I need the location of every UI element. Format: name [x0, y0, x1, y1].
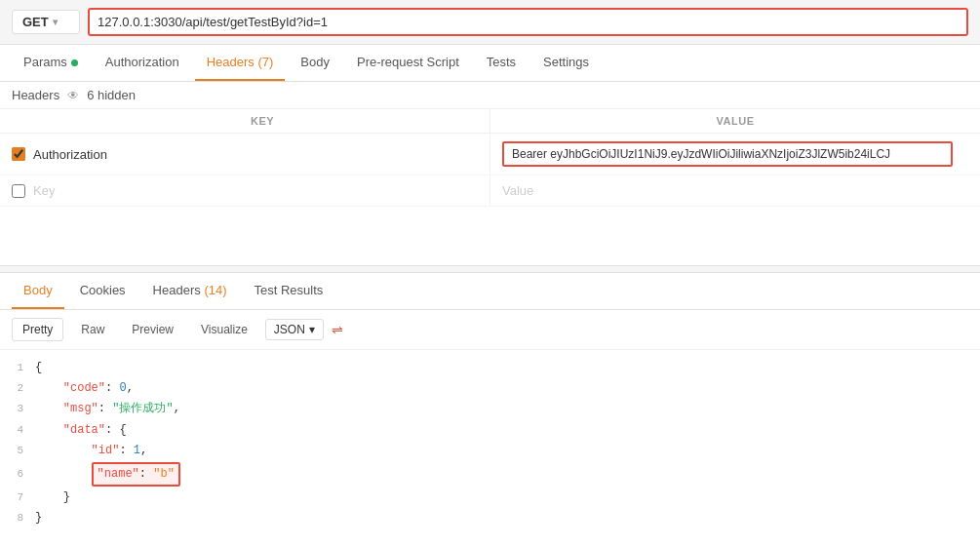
line-content: }: [35, 509, 980, 527]
row2-checkbox[interactable]: [12, 184, 25, 198]
tab-authorization[interactable]: Authorization: [94, 45, 191, 81]
line-number: 7: [0, 489, 35, 507]
method-chevron-icon: ▾: [53, 17, 58, 27]
tab-body[interactable]: Body: [289, 45, 341, 81]
wrap-icon[interactable]: ⇌: [332, 322, 343, 337]
fmt-tab-raw[interactable]: Raw: [71, 319, 114, 340]
row1-checkbox[interactable]: [12, 147, 25, 161]
headers-subrow: Headers 👁 6 hidden: [0, 82, 980, 109]
row2-key: Key: [33, 183, 55, 198]
line-content: "id": 1,: [35, 442, 980, 460]
code-line-3: 3 "msg": "操作成功",: [0, 399, 980, 419]
headers-table: KEY VALUE Authorization Bearer eyJhbGciO…: [0, 109, 980, 207]
resp-tab-body[interactable]: Body: [12, 273, 64, 309]
table-row: Authorization Bearer eyJhbGciOiJIUzI1NiJ…: [0, 134, 980, 176]
fmt-tab-visualize[interactable]: Visualize: [191, 319, 257, 340]
line-content: {: [35, 359, 980, 377]
line-content: "name": "b": [35, 462, 980, 487]
spacer: [0, 207, 980, 265]
line-number: 6: [0, 466, 35, 484]
line-content: "msg": "操作成功",: [35, 400, 980, 418]
response-tabs: Body Cookies Headers (14) Test Results: [0, 273, 980, 310]
hidden-count: 6 hidden: [87, 88, 136, 102]
url-input[interactable]: [88, 8, 968, 36]
resp-tab-headers[interactable]: Headers (14): [141, 273, 239, 309]
line-content: "data": {: [35, 421, 980, 440]
section-divider: [0, 265, 980, 273]
params-dot: [71, 59, 78, 66]
headers-label: Headers: [12, 88, 59, 102]
tab-headers[interactable]: Headers (7): [195, 45, 286, 81]
method-label: GET: [22, 15, 49, 29]
col-key-header: KEY: [0, 109, 490, 134]
line-number: 4: [0, 422, 35, 440]
request-tabs: Params Authorization Headers (7) Body Pr…: [0, 45, 980, 82]
tab-tests[interactable]: Tests: [475, 45, 528, 81]
headers-badge: (7): [257, 55, 273, 69]
tab-prerequest[interactable]: Pre-request Script: [345, 45, 471, 81]
resp-tab-cookies[interactable]: Cookies: [68, 273, 137, 309]
code-line-7: 7 }: [0, 488, 980, 508]
code-area: 1 { 2 "code": 0, 3 "msg": "操作成功", 4 "dat…: [0, 350, 980, 537]
url-input-wrapper: [88, 8, 968, 36]
code-line-1: 1 {: [0, 358, 980, 378]
line-number: 1: [0, 360, 35, 377]
line-content: }: [35, 488, 980, 507]
code-line-5: 5 "id": 1,: [0, 441, 980, 461]
code-line-2: 2 "code": 0,: [0, 378, 980, 399]
code-line-8: 8 }: [0, 508, 980, 528]
col-value-header: VALUE: [490, 109, 981, 134]
row1-key: Authorization: [33, 147, 107, 162]
format-row: Pretty Raw Preview Visualize JSON ▾ ⇌: [0, 310, 980, 350]
json-format-selector[interactable]: JSON ▾: [265, 319, 324, 340]
fmt-tab-preview[interactable]: Preview: [122, 319, 183, 340]
line-number: 2: [0, 380, 35, 398]
tab-settings[interactable]: Settings: [531, 45, 601, 81]
table-row: Key Value: [0, 176, 980, 207]
resp-headers-badge: (14): [204, 283, 226, 297]
line-number: 8: [0, 510, 35, 527]
line-number: 5: [0, 443, 35, 460]
url-bar: GET ▾: [0, 0, 980, 45]
fmt-tab-pretty[interactable]: Pretty: [12, 318, 63, 341]
row1-value: Bearer eyJhbGciOiJIUzI1NiJ9.eyJzdWIiOiJi…: [502, 141, 953, 167]
code-line-6: 6 "name": "b": [0, 461, 980, 488]
line-content: "code": 0,: [35, 379, 980, 398]
code-line-4: 4 "data": {: [0, 420, 980, 441]
row2-value: Value: [502, 183, 533, 198]
line-number: 3: [0, 401, 35, 418]
resp-tab-testresults[interactable]: Test Results: [243, 273, 335, 309]
method-selector[interactable]: GET ▾: [12, 10, 80, 34]
eye-icon: 👁: [67, 89, 79, 102]
tab-params[interactable]: Params: [12, 45, 90, 81]
